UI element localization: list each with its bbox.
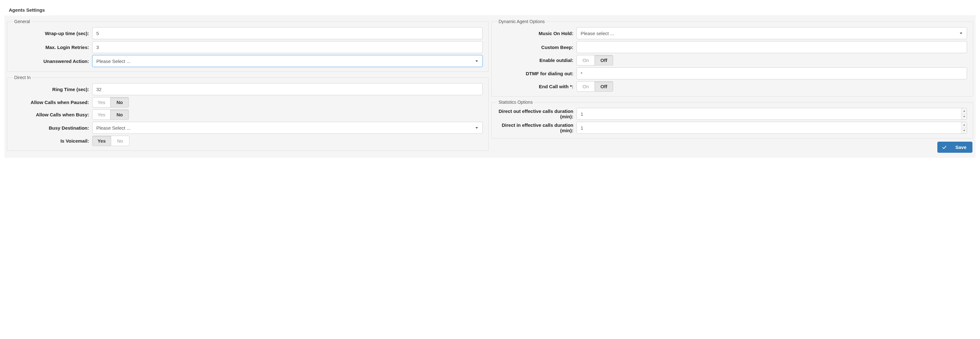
- is-voicemail-yes[interactable]: Yes: [92, 136, 111, 146]
- moh-value: Please select ...: [581, 31, 614, 36]
- end-call-label: End Call with *:: [497, 84, 574, 89]
- direct-in-duration-label: Direct in effective calls duration (min)…: [497, 122, 574, 133]
- chevron-down-icon: [476, 127, 478, 129]
- unanswered-action-value: Please Select ...: [96, 59, 130, 64]
- direct-out-duration-label: Direct out effective calls duration (min…: [497, 109, 574, 119]
- wrapup-time-label: Wrap-up time (sec):: [13, 31, 90, 36]
- busy-destination-value: Please Select ...: [96, 125, 130, 131]
- spinner-up-icon[interactable]: [961, 122, 967, 128]
- allow-busy-label: Allow Calls when Busy:: [13, 112, 90, 117]
- custom-beep-input[interactable]: [576, 41, 967, 53]
- allow-busy-toggle[interactable]: Yes No: [92, 109, 129, 120]
- spinner-down-icon[interactable]: [961, 128, 967, 134]
- is-voicemail-label: Is Voicemail:: [13, 138, 90, 144]
- max-login-retries-label: Max. Login Retries:: [13, 45, 90, 50]
- allow-paused-no[interactable]: No: [110, 97, 129, 107]
- fieldset-direct-in: Direct In Ring Time (sec): Allow Calls w…: [7, 75, 489, 151]
- spinner-down-icon[interactable]: [961, 114, 967, 120]
- direct-in-duration-field[interactable]: [577, 122, 961, 133]
- tab-content: General Wrap-up time (sec): Max. Login R…: [5, 15, 975, 158]
- check-icon: [942, 145, 947, 150]
- wrapup-time-input[interactable]: [92, 27, 483, 39]
- dtmf-input[interactable]: [576, 67, 967, 79]
- spinner-up-icon[interactable]: [961, 108, 967, 114]
- fieldset-general: General Wrap-up time (sec): Max. Login R…: [7, 19, 489, 72]
- legend-general: General: [13, 19, 31, 24]
- moh-select[interactable]: Please select ...: [576, 27, 967, 39]
- enable-outdial-label: Enable outdial:: [497, 58, 574, 63]
- dtmf-label: DTMF for dialing out:: [497, 71, 574, 76]
- ring-time-input[interactable]: [92, 83, 483, 95]
- legend-dynamic-agent: Dynamic Agent Options: [497, 19, 546, 24]
- direct-in-duration-input[interactable]: [576, 122, 967, 134]
- max-login-retries-input[interactable]: [92, 41, 483, 53]
- allow-busy-no[interactable]: No: [110, 109, 129, 120]
- allow-paused-label: Allow Calls when Paused:: [13, 100, 90, 105]
- is-voicemail-toggle[interactable]: Yes No: [92, 136, 129, 146]
- ring-time-label: Ring Time (sec):: [13, 86, 90, 92]
- unanswered-action-label: Unanswered Action:: [13, 59, 90, 64]
- end-call-toggle[interactable]: On Off: [576, 81, 613, 92]
- custom-beep-label: Custom Beep:: [497, 45, 574, 50]
- legend-statistics: Statistics Options: [497, 100, 534, 105]
- chevron-down-icon: [960, 33, 963, 34]
- save-button-label: Save: [955, 144, 966, 150]
- enable-outdial-on[interactable]: On: [576, 55, 595, 66]
- moh-label: Music On Hold:: [497, 31, 574, 36]
- chevron-down-icon: [476, 61, 478, 62]
- end-call-on[interactable]: On: [576, 81, 595, 92]
- direct-out-duration-field[interactable]: [577, 108, 961, 120]
- direct-out-duration-input[interactable]: [576, 108, 967, 120]
- end-call-off[interactable]: Off: [595, 81, 613, 92]
- busy-destination-select[interactable]: Please Select ...: [92, 122, 483, 134]
- allow-busy-yes[interactable]: Yes: [92, 109, 110, 120]
- is-voicemail-no[interactable]: No: [111, 136, 129, 146]
- unanswered-action-select[interactable]: Please Select ...: [92, 55, 483, 67]
- fieldset-statistics: Statistics Options Direct out effective …: [491, 100, 973, 139]
- enable-outdial-off[interactable]: Off: [595, 55, 613, 66]
- enable-outdial-toggle[interactable]: On Off: [576, 55, 613, 66]
- legend-direct-in: Direct In: [13, 75, 32, 80]
- allow-paused-yes[interactable]: Yes: [92, 97, 110, 107]
- save-button[interactable]: Save: [937, 142, 972, 153]
- allow-paused-toggle[interactable]: Yes No: [92, 97, 129, 107]
- tab-agents-settings[interactable]: Agents Settings: [5, 5, 49, 16]
- busy-destination-label: Busy Destination:: [13, 125, 90, 131]
- fieldset-dynamic-agent: Dynamic Agent Options Music On Hold: Ple…: [491, 19, 973, 96]
